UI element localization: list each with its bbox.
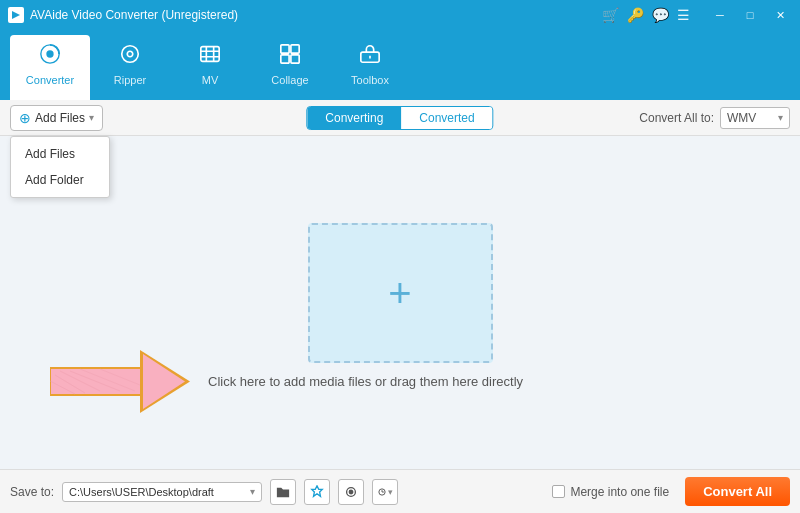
ripper-icon [119,43,141,70]
dropdown-add-files[interactable]: Add Files [11,141,109,167]
toolbar: ⊕ Add Files ▾ Add Files Add Folder Conve… [0,100,800,136]
folder-browse-button[interactable] [270,479,296,505]
svg-marker-14 [143,354,185,409]
hint-area: Click here to add media files or drag th… [50,349,523,414]
hint-text: Click here to add media files or drag th… [208,374,523,389]
mv-icon [199,43,221,70]
nav-bar: Converter Ripper MV [0,30,800,100]
nav-tab-converter[interactable]: Converter [10,35,90,100]
convert-all-button[interactable]: Convert All [685,477,790,506]
menu-icon[interactable]: ☰ [677,7,690,23]
settings-button-3[interactable]: ▾ [372,479,398,505]
dropdown-menu: Add Files Add Folder [10,136,110,198]
svg-point-3 [122,46,139,63]
converting-tab[interactable]: Converting [307,107,401,129]
app-logo [8,7,24,23]
nav-tab-collage[interactable]: Collage [250,35,330,100]
format-arrow-icon: ▾ [778,112,783,123]
merge-checkbox[interactable] [552,485,565,498]
collage-tab-label: Collage [271,74,308,86]
toolbox-icon [359,43,381,70]
convert-all-to-label: Convert All to: [639,111,714,125]
dropdown-add-folder[interactable]: Add Folder [11,167,109,193]
minimize-button[interactable]: ─ [708,5,732,25]
title-bar-left: AVAide Video Converter (Unregistered) [8,7,238,23]
save-path-input[interactable]: C:\Users\USER\Desktop\draft ▾ [62,482,262,502]
settings-button-1[interactable] [304,479,330,505]
app-title: AVAide Video Converter (Unregistered) [30,8,238,22]
ripper-tab-label: Ripper [114,74,146,86]
converting-tabs: Converting Converted [306,106,493,130]
svg-point-2 [46,50,53,57]
converted-tab[interactable]: Converted [401,107,492,129]
maximize-button[interactable]: □ [738,5,762,25]
drop-zone[interactable]: + [308,223,493,363]
arrow-svg [50,349,190,414]
main-content: + Click here to add media files o [0,136,800,469]
dropdown-arrow-icon: ▾ [89,112,94,123]
save-path-value: C:\Users\USER\Desktop\draft [69,486,214,498]
arrow-graphic [50,349,190,414]
close-button[interactable]: ✕ [768,5,792,25]
add-files-label: Add Files [35,111,85,125]
mv-tab-label: MV [202,74,219,86]
svg-rect-5 [201,47,219,62]
nav-tab-mv[interactable]: MV [170,35,250,100]
svg-rect-9 [291,55,299,63]
settings-button-2[interactable] [338,479,364,505]
merge-text: Merge into one file [570,485,669,499]
svg-rect-6 [281,45,289,53]
collage-icon [279,43,301,70]
save-path-dropdown-icon: ▾ [250,486,255,497]
svg-rect-7 [291,45,299,53]
bottom-bar: Save to: C:\Users\USER\Desktop\draft ▾ ▾… [0,469,800,513]
converter-tab-label: Converter [26,74,74,86]
svg-marker-21 [312,485,323,496]
convert-all-to: Convert All to: WMV ▾ [639,107,790,129]
format-value: WMV [727,111,756,125]
title-icons: 🛒 🔑 💬 ☰ [602,7,690,23]
svg-point-23 [349,490,353,494]
cart-icon[interactable]: 🛒 [602,7,619,23]
chat-icon[interactable]: 💬 [652,7,669,23]
plus-icon: + [388,273,411,313]
add-files-button[interactable]: ⊕ Add Files ▾ [10,105,103,131]
nav-tab-toolbox[interactable]: Toolbox [330,35,410,100]
nav-tab-ripper[interactable]: Ripper [90,35,170,100]
save-to-label: Save to: [10,485,54,499]
converter-icon [39,43,61,70]
svg-rect-8 [281,55,289,63]
format-select[interactable]: WMV ▾ [720,107,790,129]
title-bar: AVAide Video Converter (Unregistered) 🛒 … [0,0,800,30]
svg-point-4 [127,51,133,57]
merge-label: Merge into one file [552,485,669,499]
add-circle-icon: ⊕ [19,110,31,126]
toolbox-tab-label: Toolbox [351,74,389,86]
key-icon[interactable]: 🔑 [627,7,644,23]
svg-marker-0 [12,11,20,19]
